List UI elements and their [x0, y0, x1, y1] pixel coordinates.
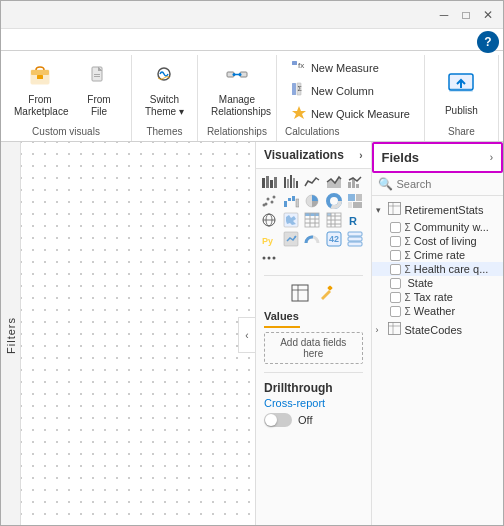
viz-map[interactable] [260, 211, 278, 229]
viz-more[interactable] [260, 249, 278, 267]
svg-rect-20 [449, 88, 473, 92]
relationships-label: Relationships [207, 126, 267, 141]
from-marketplace-button[interactable]: FromMarketplace [9, 61, 71, 121]
svg-rect-83 [388, 203, 400, 215]
tree-checkbox-tax[interactable] [390, 292, 401, 303]
publish-button[interactable]: Publish [433, 62, 490, 120]
viz-gauge[interactable] [303, 230, 321, 248]
viz-table[interactable] [303, 211, 321, 229]
tree-checkbox-cost[interactable] [390, 236, 401, 247]
svg-rect-33 [356, 184, 359, 188]
svg-point-10 [232, 73, 235, 76]
svg-rect-32 [352, 179, 355, 188]
new-quick-measure-button[interactable]: New Quick Measure [285, 103, 416, 124]
viz-treemap[interactable] [346, 192, 364, 210]
relationships-buttons: ManageRelationships [206, 55, 268, 126]
search-input[interactable] [397, 178, 497, 190]
visualizations-expand-arrow[interactable]: › [359, 150, 362, 161]
svg-rect-54 [305, 213, 319, 216]
viz-clustered-bar[interactable] [282, 173, 300, 191]
viz-matrix[interactable] [325, 211, 343, 229]
tree-item-tax-rate[interactable]: Σ Tax rate [372, 290, 503, 304]
calculations-label: Calculations [285, 126, 339, 141]
tree-sigma-community: Σ [405, 222, 411, 233]
fields-panel: Fields › 🔍 ▾ RetirementStats [372, 142, 503, 526]
viz-divider-2 [264, 372, 363, 373]
svg-rect-25 [284, 177, 286, 188]
collapse-panel-arrow[interactable]: ‹ [238, 317, 255, 353]
visualizations-panel-header: Visualizations › [256, 142, 371, 169]
search-icon: 🔍 [378, 177, 393, 191]
svg-point-11 [238, 73, 241, 76]
new-column-button[interactable]: Σ New Column [285, 80, 416, 101]
ribbon-group-share: Publish Share [425, 55, 499, 141]
values-table-icon[interactable] [291, 284, 309, 306]
drillthrough-section: Drillthrough Cross-report Off [256, 377, 371, 431]
tree-checkbox-crime[interactable] [390, 250, 401, 261]
viz-r-script[interactable]: R [346, 211, 364, 229]
add-fields-box[interactable]: Add data fields here [264, 332, 363, 364]
tree-checkbox-weather[interactable] [390, 306, 401, 317]
tree-item-community[interactable]: Σ Community w... [372, 220, 503, 234]
svg-point-37 [273, 196, 276, 199]
svg-rect-27 [290, 175, 292, 188]
viz-waterfall[interactable] [282, 192, 300, 210]
custom-visuals-label: Custom visuals [32, 126, 100, 141]
tree-item-cost-of-living[interactable]: Σ Cost of living [372, 234, 503, 248]
themes-label: Themes [146, 126, 182, 141]
new-measure-button[interactable]: fx New Measure [285, 57, 416, 78]
viz-stacked-bar[interactable] [260, 173, 278, 191]
ribbon-tabs: ? [1, 29, 503, 51]
viz-multi-row-card[interactable] [346, 230, 364, 248]
help-button[interactable]: ? [477, 31, 499, 53]
tree-item-health-care[interactable]: Σ Health care q... [372, 262, 503, 276]
maximize-button[interactable]: □ [455, 4, 477, 26]
svg-rect-75 [348, 242, 362, 246]
canvas-area[interactable]: ‹ [21, 142, 255, 526]
tree-group-name-statecodes: StateCodes [405, 324, 462, 336]
viz-donut[interactable] [325, 192, 343, 210]
svg-point-77 [268, 257, 271, 260]
viz-line-chart[interactable] [303, 173, 321, 191]
tree-item-state[interactable]: State [372, 276, 503, 290]
viz-scatter[interactable] [260, 192, 278, 210]
viz-filled-map[interactable] [282, 211, 300, 229]
cross-report-link[interactable]: Cross-report [264, 397, 363, 409]
visualizations-panel: Visualizations › [256, 142, 372, 526]
svg-rect-1 [31, 70, 49, 75]
close-button[interactable]: ✕ [477, 4, 499, 26]
tree-checkbox-state[interactable] [390, 278, 401, 289]
minimize-button[interactable]: ─ [433, 4, 455, 26]
fields-expand-arrow[interactable]: › [490, 152, 493, 163]
tree-checkbox-health[interactable] [390, 264, 401, 275]
ribbon-group-relationships: ManageRelationships Relationships [198, 55, 277, 141]
svg-rect-46 [348, 194, 355, 201]
svg-rect-74 [348, 237, 362, 241]
drillthrough-title: Drillthrough [264, 381, 363, 395]
tree-checkbox-community[interactable] [390, 222, 401, 233]
tree-item-crime-rate[interactable]: Σ Crime rate [372, 248, 503, 262]
viz-pie[interactable] [303, 192, 321, 210]
new-quick-measure-icon [291, 105, 307, 122]
svg-rect-2 [37, 75, 43, 79]
tree-arrow-retirementstats: ▾ [376, 205, 386, 215]
viz-py-script[interactable]: Py [260, 230, 278, 248]
viz-kpi[interactable] [282, 230, 300, 248]
tree-sigma-tax: Σ [405, 292, 411, 303]
svg-rect-41 [292, 196, 295, 201]
from-file-button[interactable]: FromFile [75, 61, 123, 121]
switch-theme-button[interactable]: SwitchTheme ▾ [140, 61, 189, 121]
viz-card[interactable]: 42 [325, 230, 343, 248]
viz-area-chart[interactable] [325, 173, 343, 191]
from-marketplace-icon [28, 64, 52, 92]
new-measure-icon: fx [291, 59, 307, 76]
svg-rect-14 [292, 83, 296, 95]
svg-marker-17 [292, 106, 306, 119]
tree-group-header-retirementstats[interactable]: ▾ RetirementStats [372, 200, 503, 220]
drillthrough-toggle[interactable] [264, 413, 292, 427]
manage-relationships-button[interactable]: ManageRelationships [206, 61, 268, 121]
tree-group-header-statecodes[interactable]: › StateCodes [372, 320, 503, 340]
values-paint-icon[interactable] [317, 284, 335, 306]
viz-combo-chart[interactable] [346, 173, 364, 191]
tree-item-weather[interactable]: Σ Weather [372, 304, 503, 318]
